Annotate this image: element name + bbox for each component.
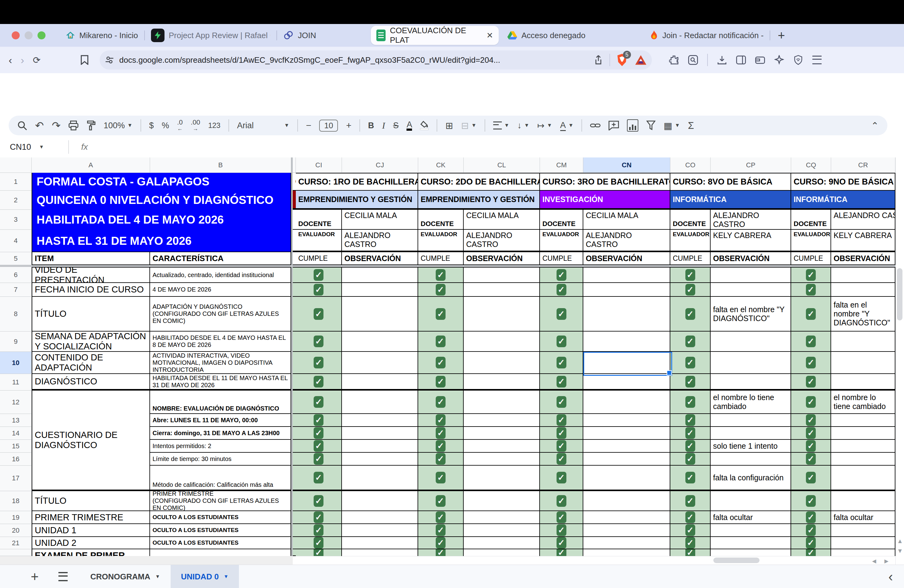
cumple-CM19[interactable]: ✓ [540, 511, 583, 524]
curso-CM[interactable]: CURSO: 3RO DE BACHILLERATO [540, 173, 670, 191]
obs-CR8[interactable]: falta en el nombre "Y DIAGNÓSTICO" [831, 297, 895, 332]
checkbox-checked[interactable]: ✓ [556, 284, 566, 296]
cumple-CM14[interactable]: ✓ [540, 427, 583, 440]
obs-CN22-partial[interactable] [583, 549, 670, 556]
cumple-CQ13[interactable]: ✓ [791, 414, 831, 427]
decrease-font-button[interactable]: − [306, 120, 311, 131]
item-A11[interactable]: DIAGNÓSTICO [32, 374, 150, 390]
item-A10[interactable]: CONTENIDO DE ADAPTACIÓN [32, 352, 150, 374]
cumple-CK7[interactable]: ✓ [418, 283, 464, 297]
obs-CP9[interactable] [711, 332, 791, 352]
cumple-CM8[interactable]: ✓ [540, 297, 583, 332]
checkbox-checked[interactable]: ✓ [685, 495, 695, 507]
obs-CR15[interactable] [831, 440, 895, 453]
carac-B7[interactable]: 4 DE MAYO DE 2026 [150, 283, 291, 297]
checkbox-checked[interactable]: ✓ [314, 414, 324, 426]
back-icon[interactable]: ‹ [9, 54, 12, 66]
carac-B18[interactable]: PRIMER TRIMESTRE (CONFIGURADO CON GIF LE… [150, 491, 291, 511]
cumple-CO6[interactable]: ✓ [670, 267, 711, 283]
checkbox-checked[interactable]: ✓ [436, 269, 446, 281]
obs-CL19[interactable] [464, 511, 540, 524]
checkbox-checked[interactable]: ✓ [314, 495, 324, 507]
sheet-tab-menu-icon[interactable]: ▼ [224, 574, 228, 579]
tab-coevaluacion-active[interactable]: COEVALUACIÓN DE PLAT ✕ [371, 26, 499, 45]
obs-CR7[interactable] [831, 283, 895, 297]
checkbox-checked[interactable]: ✓ [556, 414, 566, 426]
carac-B16[interactable]: Límite de tiempo: 30 minutos [150, 453, 291, 466]
cumple-CK8[interactable]: ✓ [418, 297, 464, 332]
checkbox-checked[interactable]: ✓ [685, 427, 695, 439]
checkbox-checked[interactable]: ✓ [556, 453, 566, 465]
checkbox-checked[interactable]: ✓ [314, 427, 324, 439]
obs-CR18[interactable] [831, 491, 895, 511]
horizontal-align-button[interactable]: ▼ [493, 122, 509, 130]
col-header-CL[interactable]: CL [464, 158, 540, 173]
checkbox-checked[interactable]: ✓ [556, 524, 566, 536]
sheet-tab-unidad0-active[interactable]: UNIDAD 0 ▼ [171, 565, 239, 588]
all-sheets-icon[interactable] [58, 572, 68, 581]
obs-CL15[interactable] [464, 440, 540, 453]
checkbox-checked[interactable]: ✓ [556, 396, 566, 408]
cumple-CM16[interactable]: ✓ [540, 453, 583, 466]
col-header-CR[interactable]: CR [831, 158, 895, 173]
cumple-CQ22-partial[interactable]: ✓ [791, 549, 831, 556]
bat-icon[interactable] [635, 55, 646, 65]
cumple-CI6[interactable]: ✓ [296, 267, 342, 283]
borders-button[interactable]: ⊞ [445, 120, 453, 131]
row-header-6[interactable]: 6 [0, 267, 32, 283]
cumple-CI22-partial[interactable]: ✓ [296, 549, 342, 556]
obs-CL17[interactable] [464, 466, 540, 491]
row-header-12[interactable]: 12 [0, 390, 32, 414]
row-header-2[interactable]: 2 [0, 191, 32, 210]
cumple-header-CK[interactable]: CUMPLE [418, 252, 464, 265]
checkbox-checked[interactable]: ✓ [436, 414, 446, 426]
evaluador-label-CI[interactable]: EVALUADOR [296, 230, 342, 252]
checkbox-checked[interactable]: ✓ [436, 537, 446, 548]
checkbox-checked[interactable]: ✓ [556, 495, 566, 507]
obs-CR14[interactable] [831, 427, 895, 440]
cumple-CM7[interactable]: ✓ [540, 283, 583, 297]
obs-CR11[interactable] [831, 374, 895, 390]
leo-ai-icon[interactable] [774, 55, 784, 65]
checkbox-checked[interactable]: ✓ [685, 524, 695, 536]
cumple-CI12[interactable]: ✓ [296, 390, 342, 414]
obs-CJ16[interactable] [342, 453, 418, 466]
tab-project-app-review[interactable]: Project App Review | Rafael Ga [145, 24, 277, 47]
checkbox-checked[interactable]: ✓ [685, 376, 695, 387]
obs-CR6[interactable] [831, 267, 895, 283]
text-rotate-button[interactable]: A▼ [560, 120, 574, 131]
docente-name-CP[interactable]: ALEJANDRO CASTRO [711, 210, 791, 230]
obs-CP8[interactable]: falta en el nombre "Y DIAGNÓSTICO" [711, 297, 791, 332]
checkbox-checked[interactable]: ✓ [556, 357, 566, 368]
checkbox-checked[interactable]: ✓ [314, 269, 324, 281]
cumple-CO16[interactable]: ✓ [670, 453, 711, 466]
checkbox-checked[interactable]: ✓ [806, 427, 816, 439]
obs-CP13[interactable] [711, 414, 791, 427]
currency-format-button[interactable]: $ [149, 121, 154, 130]
checkbox-checked[interactable]: ✓ [314, 284, 324, 296]
cumple-CQ17[interactable]: ✓ [791, 466, 831, 491]
collapse-toolbar-icon[interactable]: ⌃ [871, 120, 879, 131]
checkbox-checked[interactable]: ✓ [314, 549, 324, 556]
obs-header-CN[interactable]: OBSERVACIÓN [583, 252, 670, 265]
cumple-CM20[interactable]: ✓ [540, 524, 583, 537]
obs-CN21[interactable] [583, 537, 670, 549]
obs-CN14[interactable] [583, 427, 670, 440]
obs-CJ17[interactable] [342, 466, 418, 491]
obs-CP17[interactable]: falta la configuración [711, 466, 791, 491]
row-header-4[interactable]: 4 [0, 230, 32, 252]
italic-button[interactable]: I [382, 120, 385, 131]
docente-label-CO[interactable]: DOCENTE [670, 210, 711, 230]
obs-CR19[interactable]: falta ocultar [831, 511, 895, 524]
checkbox-checked[interactable]: ✓ [556, 308, 566, 320]
curso-CQ[interactable]: CURSO: 9NO DE BÁSICA [791, 173, 895, 191]
row-header-11[interactable]: 11 [0, 374, 32, 390]
carac-B22-partial[interactable] [150, 549, 291, 556]
cumple-CI21[interactable]: ✓ [296, 537, 342, 549]
checkbox-checked[interactable]: ✓ [685, 511, 695, 523]
evaluador-name-CJ[interactable]: ALEJANDRO CASTRO [342, 230, 418, 252]
col-header-CO[interactable]: CO [670, 158, 711, 173]
checkbox-checked[interactable]: ✓ [436, 472, 446, 484]
docente-name-CR[interactable]: ALEJANDRO CASTRO [831, 210, 895, 230]
obs-CN6[interactable] [583, 267, 670, 283]
